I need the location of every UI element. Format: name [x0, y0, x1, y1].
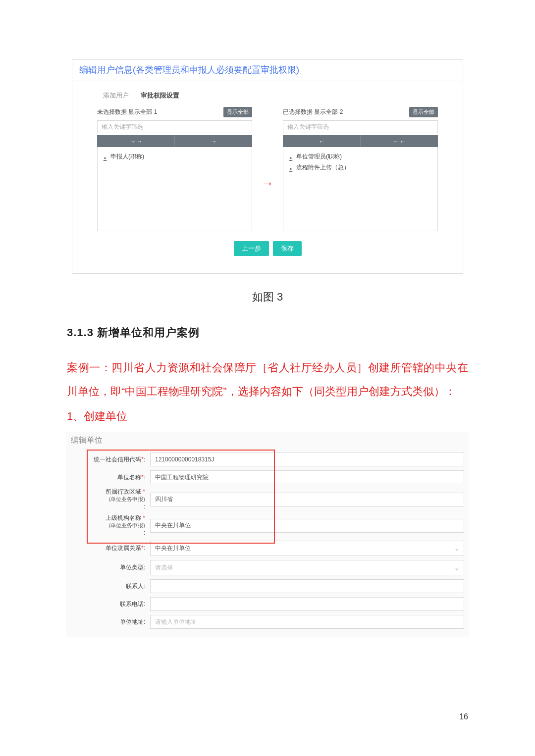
form-title: 编辑单位 [66, 432, 469, 451]
label-region: 所属行政区域 *(单位业务申报): [71, 488, 145, 510]
field-unit-name[interactable] [150, 470, 464, 484]
right-item-label: 流程附件上传（总） [296, 162, 350, 173]
label-address: 单位地址: [71, 618, 145, 626]
move-all-left-button[interactable]: ←← [360, 135, 438, 147]
prev-step-button[interactable]: 上一步 [234, 241, 269, 256]
chevron-down-icon: ⌄ [454, 564, 459, 571]
edit-unit-form: 编辑单位 统一社会信用代码*: 单位名称*: 所属行政区域 *(单位业务申报):… [66, 432, 469, 637]
person-icon [288, 165, 293, 170]
left-filter-input[interactable] [97, 120, 252, 133]
list-item[interactable]: 申报人(职称) [103, 151, 247, 162]
left-action-bar: →→ → [97, 135, 252, 147]
move-right-button[interactable]: → [174, 135, 252, 147]
section-heading: 3.1.3 新增单位和用户案例 [67, 325, 468, 340]
tab-approval-perm[interactable]: 审批权限设置 [135, 88, 185, 104]
dialog-title: 编辑用户信息(各类管理员和申报人必须要配置审批权限) [72, 60, 463, 81]
right-header: 已选择数据 显示全部 2 [283, 108, 343, 116]
left-item-label: 申报人(职称) [110, 151, 144, 162]
tab-add-user[interactable]: 添加用户 [97, 88, 135, 104]
right-item-label: 单位管理员(职称) [296, 151, 342, 162]
transfer-right: 已选择数据 显示全部 2 显示全部 ← ←← 单位管理员(职称) [283, 106, 438, 231]
right-action-bar: ← ←← [283, 135, 438, 147]
move-left-button[interactable]: ← [283, 135, 360, 147]
field-parent-org[interactable] [150, 519, 464, 533]
chevron-down-icon: ⌄ [454, 545, 459, 552]
field-contact[interactable] [150, 579, 464, 593]
field-affiliation[interactable]: 中央在川单位 ⌄ [150, 541, 464, 556]
field-phone[interactable] [150, 597, 464, 611]
case-description: 案例一：四川省人力资源和社会保障厅［省人社厅经办人员］创建所管辖的中央在川单位，… [67, 356, 468, 403]
label-phone: 联系电话: [71, 601, 145, 608]
svg-point-1 [290, 157, 291, 159]
list-item[interactable]: 流程附件上传（总） [288, 162, 432, 173]
right-filter-input[interactable] [283, 120, 438, 133]
unit-type-value: 请选择 [155, 563, 173, 572]
label-affiliation: 单位隶属关系*: [71, 545, 145, 552]
list-item[interactable]: 单位管理员(职称) [288, 151, 432, 162]
right-show-all-button[interactable]: 显示全部 [409, 107, 438, 117]
affiliation-value: 中央在川单位 [155, 544, 191, 553]
field-region[interactable] [150, 493, 464, 506]
right-list: 单位管理员(职称) 流程附件上传（总） [283, 147, 438, 231]
edit-user-dialog: 编辑用户信息(各类管理员和申报人必须要配置审批权限) 添加用户 审批权限设置 未… [72, 59, 463, 274]
svg-point-0 [104, 157, 106, 159]
field-credit-code[interactable] [150, 453, 464, 466]
label-unit-name: 单位名称*: [71, 474, 145, 481]
left-show-all-button[interactable]: 显示全部 [223, 107, 252, 117]
case-subhead: 1、创建单位 [67, 405, 468, 427]
center-arrow-icon: → [261, 146, 274, 191]
transfer-left: 未选择数据 显示全部 1 显示全部 →→ → 申报人(职称) [97, 106, 252, 231]
dialog-tabs: 添加用户 审批权限设置 [97, 88, 438, 104]
field-address[interactable] [150, 615, 464, 629]
label-unit-type: 单位类型: [71, 564, 145, 571]
person-icon [103, 154, 107, 159]
save-button[interactable]: 保存 [273, 241, 302, 256]
field-unit-type[interactable]: 请选择 ⌄ [150, 560, 464, 575]
svg-point-2 [290, 168, 291, 170]
page-number: 16 [459, 712, 468, 721]
label-credit-code: 统一社会信用代码*: [71, 456, 145, 463]
left-header: 未选择数据 显示全部 1 [97, 108, 157, 116]
move-all-right-button[interactable]: →→ [97, 135, 174, 147]
label-contact: 联系人: [71, 583, 145, 590]
label-parent-org: 上级机构名称 *(单位业务申报): [71, 514, 145, 537]
figure-caption: 如图 3 [67, 290, 468, 304]
person-icon [288, 154, 293, 159]
left-list: 申报人(职称) [97, 147, 252, 231]
